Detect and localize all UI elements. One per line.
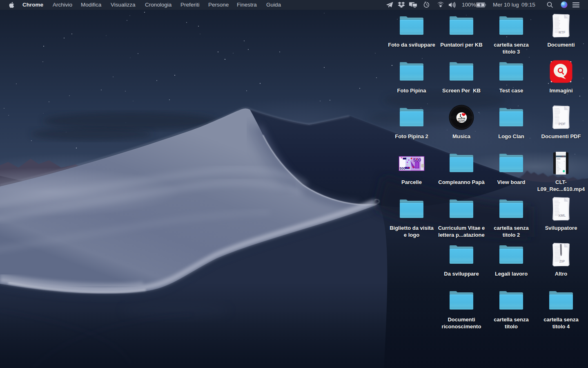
svg-text:500: 500 xyxy=(400,166,405,171)
svg-text:ZIP: ZIP xyxy=(559,259,565,263)
svg-text:MUSIC: MUSIC xyxy=(458,119,466,122)
svg-text:I: I xyxy=(460,113,461,118)
svg-text:XML: XML xyxy=(558,213,566,218)
svg-text:RTF: RTF xyxy=(559,30,566,34)
svg-text:PDF: PDF xyxy=(559,122,566,126)
